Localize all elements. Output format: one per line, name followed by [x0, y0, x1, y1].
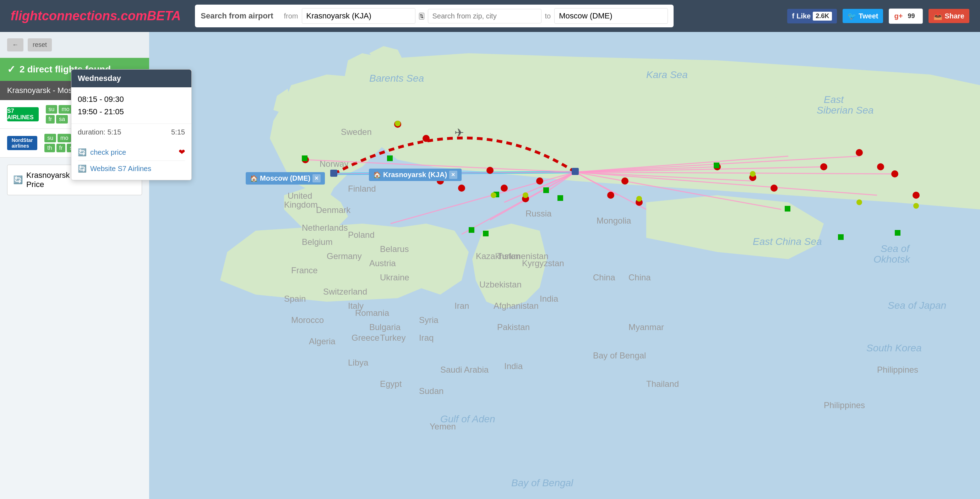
to-label: to	[545, 12, 551, 20]
nordstar-logo: NordStarairlines	[7, 136, 37, 150]
moscow-label-text: Moscow (DME)	[260, 174, 310, 183]
tooltip-times: 08:15 - 09:30 19:50 - 21:05	[72, 87, 191, 124]
svg-point-82	[423, 135, 430, 142]
heart-icon: ❤	[178, 148, 185, 157]
svg-text:China: China	[628, 273, 651, 282]
day-sa: sa	[56, 115, 68, 124]
svg-rect-104	[483, 231, 488, 236]
zip-input[interactable]	[428, 9, 541, 24]
svg-point-99	[913, 192, 920, 199]
svg-text:Bulgaria: Bulgaria	[369, 322, 401, 332]
logo: flightconnections.comBETA	[11, 8, 181, 24]
svg-text:Kingdom: Kingdom	[284, 200, 318, 210]
svg-rect-111	[838, 234, 844, 240]
svg-text:Romania: Romania	[355, 308, 390, 318]
googleplus-button[interactable]: g+ 99	[889, 8, 923, 24]
svg-point-118	[750, 171, 756, 177]
toolbar: ← reset	[0, 32, 149, 58]
from-input[interactable]	[302, 8, 415, 24]
swap-button[interactable]: ⇅	[419, 13, 424, 19]
svg-text:Okhotsk: Okhotsk	[873, 254, 911, 265]
moscow-icon: 🏠	[250, 175, 258, 183]
svg-point-94	[770, 184, 778, 192]
svg-point-98	[891, 170, 898, 178]
moscow-close-button[interactable]: ×	[312, 174, 321, 183]
day-th-ns: th	[45, 144, 55, 152]
svg-text:Algeria: Algeria	[309, 337, 336, 346]
day-mo: mo	[59, 105, 72, 114]
svg-text:Bay of Bengal: Bay of Bengal	[593, 351, 646, 360]
svg-text:Myanmar: Myanmar	[628, 322, 664, 332]
sh-label: Share	[945, 12, 964, 20]
day-fr-ns: fr	[56, 144, 66, 152]
tw-label: Tweet	[859, 12, 878, 20]
svg-rect-108	[572, 168, 579, 175]
svg-text:India: India	[540, 294, 558, 304]
svg-text:United: United	[288, 191, 312, 200]
svg-text:Morocco: Morocco	[291, 315, 324, 325]
svg-text:Iraq: Iraq	[419, 333, 434, 342]
day-su: su	[46, 105, 57, 114]
svg-text:Austria: Austria	[369, 258, 396, 268]
svg-text:Uzbekistan: Uzbekistan	[479, 280, 522, 289]
svg-text:Libya: Libya	[348, 358, 369, 367]
svg-text:Thailand: Thailand	[646, 379, 679, 389]
search-bar: Search from airport from ⇅ to	[195, 5, 674, 27]
svg-point-88	[536, 178, 543, 184]
svg-text:Syria: Syria	[419, 315, 439, 325]
tooltip-time2: 19:50 - 21:05	[78, 105, 185, 118]
logo-beta: BETA	[147, 8, 181, 23]
svg-text:Siberian Sea: Siberian Sea	[817, 105, 873, 116]
svg-text:Iran: Iran	[455, 301, 469, 311]
svg-rect-113	[330, 170, 337, 177]
svg-text:Germany: Germany	[327, 251, 362, 261]
svg-rect-112	[895, 230, 900, 236]
svg-text:Russia: Russia	[525, 209, 552, 218]
check-price-icon: 🔄	[13, 175, 23, 184]
svg-text:Turkey: Turkey	[380, 333, 406, 342]
svg-text:Belarus: Belarus	[380, 244, 409, 254]
twitter-button[interactable]: 🐦 Tweet	[843, 9, 883, 23]
svg-text:Kara Sea: Kara Sea	[646, 69, 688, 80]
svg-text:Sea of Japan: Sea of Japan	[888, 300, 946, 311]
svg-point-84	[458, 184, 465, 192]
fb-count: 2.6K	[813, 12, 832, 21]
logo-text: flightconnections.com	[11, 8, 147, 23]
krasnoyarsk-label-text: Krasnoyarsk (KJA)	[383, 171, 447, 179]
svg-rect-110	[785, 206, 791, 211]
svg-text:Philippines: Philippines	[877, 365, 918, 374]
svg-text:France: France	[291, 265, 318, 275]
check-icon: ✓	[7, 64, 15, 75]
svg-text:Saudi Arabia: Saudi Arabia	[440, 365, 489, 374]
to-input[interactable]	[554, 8, 668, 24]
facebook-button[interactable]: f Like 2.6K	[787, 9, 837, 24]
tooltip-duration-value: 5:15	[171, 128, 185, 136]
day-mo-ns: mo	[57, 134, 71, 142]
krasnoyarsk-close-button[interactable]: ×	[449, 171, 457, 179]
gp-icon: g+	[894, 12, 903, 20]
back-button[interactable]: ←	[7, 38, 24, 51]
share-button[interactable]: 📤 Share	[929, 9, 969, 23]
reset-button[interactable]: reset	[28, 38, 52, 51]
svg-rect-103	[469, 227, 474, 233]
svg-point-114	[395, 121, 401, 126]
check-price-action[interactable]: 🔄 check price ❤	[78, 144, 185, 161]
website-action-label: Website S7 Airlines	[90, 165, 151, 173]
svg-text:China: China	[593, 273, 615, 282]
svg-text:Spain: Spain	[284, 294, 306, 304]
svg-rect-102	[387, 156, 393, 161]
svg-point-96	[856, 149, 863, 156]
tooltip-header: Wednesday	[72, 70, 191, 87]
website-action[interactable]: 🔄 Website S7 Airlines	[78, 161, 185, 176]
social-bar: f Like 2.6K 🐦 Tweet g+ 99 📤 Share	[787, 8, 969, 24]
svg-point-89	[607, 192, 614, 199]
tooltip-duration-label: duration: 5:15	[78, 128, 121, 136]
svg-text:Yemen: Yemen	[430, 422, 456, 431]
svg-text:Sea of: Sea of	[881, 243, 910, 254]
tw-icon: 🐦	[848, 12, 856, 20]
s7-logo: S7 AIRLINES	[7, 107, 39, 121]
search-label: Search from airport	[200, 11, 273, 21]
svg-point-85	[487, 167, 493, 174]
svg-point-120	[913, 203, 919, 209]
tooltip-actions: 🔄 check price ❤ 🔄 Website S7 Airlines	[72, 141, 191, 180]
